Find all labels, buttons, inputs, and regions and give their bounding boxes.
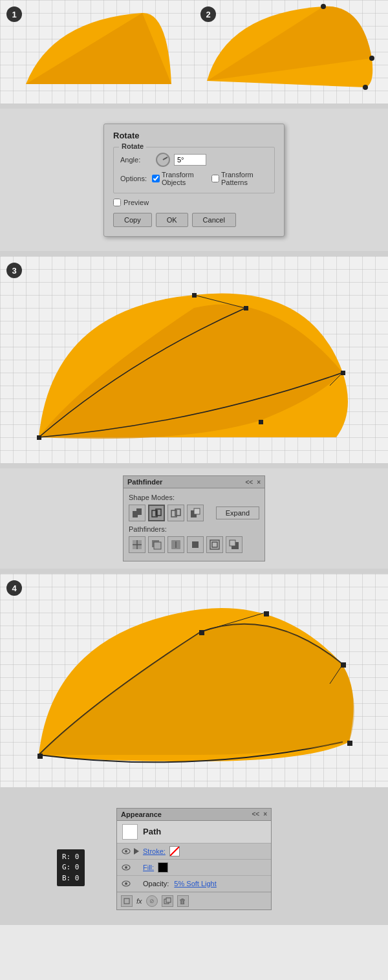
pathfinder-section: Pathfinder << × Shape Modes: (0, 468, 388, 569)
svg-point-22 (125, 850, 127, 853)
fill-eye-icon[interactable] (121, 862, 131, 873)
merge-icon[interactable] (167, 536, 184, 553)
transform-patterns-checkbox[interactable] (211, 175, 219, 182)
rgb-r: R: 0 (62, 852, 80, 863)
fill-swatch[interactable] (158, 862, 168, 873)
badge-3: 3 (6, 263, 22, 278)
fx-icon[interactable]: fx (136, 897, 142, 905)
rotate-group-label: Rotate (119, 142, 146, 150)
divider-4 (0, 569, 388, 574)
panel-controls: << × (245, 479, 261, 486)
exclude-icon[interactable] (167, 505, 184, 521)
preview-checkbox[interactable] (113, 199, 121, 206)
no-icon[interactable]: ⊘ (146, 895, 158, 907)
divider-5 (0, 787, 388, 792)
appearance-controls: << × (252, 811, 267, 818)
cancel-button[interactable]: Cancel (192, 213, 236, 227)
angle-label: Angle: (120, 156, 156, 164)
minus-back-svg (228, 539, 240, 550)
unite-icon[interactable] (129, 505, 146, 521)
angle-input[interactable] (174, 154, 206, 166)
trim-svg (151, 539, 162, 550)
duplicate-icon[interactable] (162, 895, 173, 907)
stroke-label[interactable]: Stroke: (143, 847, 166, 855)
minus-back-icon[interactable] (226, 536, 242, 553)
rgb-tooltip: R: 0 G: 0 B: 0 (57, 849, 85, 887)
divide-svg (131, 539, 143, 550)
trim-icon[interactable] (148, 536, 165, 553)
dup-svg (164, 897, 171, 905)
preview-label: Preview (124, 199, 149, 206)
dialog-buttons: Copy OK Cancel (113, 213, 275, 227)
stroke-expand-icon[interactable] (134, 848, 139, 855)
appearance-panel: Appearance << × Path Stroke: (116, 808, 272, 910)
path-label: Path (143, 827, 161, 836)
appearance-title-bar: Appearance << × (117, 809, 271, 821)
transform-objects-checkbox[interactable] (152, 175, 160, 182)
stroke-swatch[interactable] (169, 846, 180, 856)
shape-1-svg (0, 0, 194, 103)
unite-svg (131, 507, 143, 519)
fill-eye-svg (122, 864, 131, 871)
shape-modes-row: Expand (129, 505, 259, 521)
crop-svg (189, 539, 201, 550)
pathfinder-body: Shape Modes: (124, 488, 264, 561)
crop-icon[interactable] (187, 536, 204, 553)
svg-rect-1 (136, 508, 142, 515)
angle-icon (156, 153, 170, 167)
svg-rect-8 (194, 508, 200, 514)
badge-1: 1 (6, 6, 22, 22)
anchor-right (341, 371, 345, 375)
fill-row: Fill: (117, 860, 271, 876)
expand-button[interactable]: Expand (216, 506, 259, 519)
collapse-icon[interactable]: << (245, 479, 253, 486)
anchor-4-right-bottom (347, 741, 352, 746)
section-1-2: 1 2 (0, 0, 388, 103)
add-new-icon[interactable] (121, 895, 133, 907)
divider-2 (0, 251, 388, 256)
minus-front-icon[interactable] (187, 505, 204, 521)
section-3-panel: 3 (0, 256, 388, 463)
intersect-icon[interactable] (148, 505, 165, 521)
shape-modes-label: Shape Modes: (129, 494, 259, 501)
angle-row: Angle: (120, 153, 268, 167)
stroke-eye-icon[interactable] (121, 846, 131, 856)
opacity-eye-icon[interactable] (121, 878, 131, 889)
rotate-group: Rotate Angle: Options: Transform Objects… (113, 147, 275, 193)
transform-objects-label[interactable]: Transform Objects (152, 171, 206, 186)
options-label: Options: (120, 175, 147, 182)
close-icon[interactable]: × (257, 479, 261, 486)
fill-label[interactable]: Fill: (143, 864, 154, 871)
anchor-4-right (341, 662, 346, 668)
pathfinder-panel: Pathfinder << × Shape Modes: (123, 475, 265, 561)
divider-3 (0, 463, 388, 468)
appearance-close-icon[interactable]: × (263, 811, 267, 818)
outline-icon[interactable] (206, 536, 223, 553)
appearance-section: R: 0 G: 0 B: 0 Appearance << × Path (0, 792, 388, 925)
anchor-3 (363, 85, 368, 90)
opacity-value[interactable]: 5% Soft Light (174, 880, 216, 887)
opacity-eye-svg (122, 880, 131, 887)
shape-4-svg (0, 574, 388, 787)
anchor-1 (321, 4, 326, 9)
preview-row: Preview (113, 199, 275, 206)
appearance-title: Appearance (121, 811, 162, 818)
rotate-dialog-section: Rotate Rotate Angle: Options: Transform … (0, 109, 388, 251)
transform-patterns-label[interactable]: Transform Patterns (211, 171, 268, 186)
appearance-collapse-icon[interactable]: << (252, 811, 259, 818)
svg-rect-20 (230, 540, 235, 546)
merge-svg (170, 539, 182, 550)
trash-icon[interactable]: 🗑 (177, 895, 189, 907)
badge-4: 4 (6, 580, 22, 596)
shape-3-svg (0, 256, 388, 463)
minus-front-svg (189, 507, 201, 519)
dialog-title: Rotate (113, 131, 275, 140)
divide-icon[interactable] (129, 536, 146, 553)
badge-2: 2 (200, 6, 216, 22)
anchor-mid-top (244, 306, 248, 310)
path-thumbnail (122, 824, 138, 840)
divider-1 (0, 103, 388, 109)
section-1-panel: 1 (0, 0, 194, 103)
copy-button[interactable]: Copy (113, 213, 152, 227)
ok-button[interactable]: OK (156, 213, 188, 227)
